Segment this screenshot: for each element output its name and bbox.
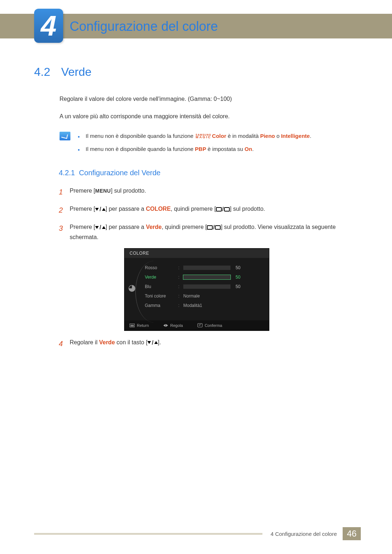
info-list: ● Il menu non è disponibile quando la fu… — [78, 132, 361, 158]
section-number: 4.2 — [34, 65, 50, 78]
step-number: 4 — [59, 337, 70, 350]
left-right-icon — [163, 324, 168, 327]
palette-icon: ◕ — [128, 283, 139, 294]
subsection-title: Configurazione del Verde — [79, 169, 161, 177]
osd-slider — [183, 284, 230, 289]
osd-slider-selected — [183, 275, 230, 279]
chapter-number-badge: 4 — [34, 9, 63, 43]
steps-list: 1 Premere [MENU] sul prodotto. 2 Premere… — [59, 186, 361, 350]
section-heading: 4.2Verde — [34, 65, 361, 79]
osd-row-blu: Blu : 50 — [145, 283, 262, 290]
step-number: 2 — [59, 204, 70, 216]
osd-regola: Regola — [163, 323, 183, 328]
osd-body: ◕ Rosso : 50 Verde : 50 Blu : 5 — [124, 258, 269, 320]
osd-footer: Return Regola Conferma — [124, 320, 269, 331]
step-1: 1 Premere [MENU] sul prodotto. — [59, 186, 361, 198]
step-text: Premere [/] per passare a Verde, quindi … — [70, 222, 361, 242]
osd-row-gamma: Gamma : Modalità1 — [145, 302, 262, 309]
enter-icon — [197, 323, 203, 327]
osd-return: Return — [130, 323, 149, 328]
info-text-1: Il menu non è disponibile quando la funz… — [86, 132, 311, 140]
bullet-icon: ● — [78, 147, 80, 153]
step-3: 3 Premere [/] per passare a Verde, quind… — [59, 222, 361, 242]
info-icon — [60, 132, 70, 140]
subsection-number: 4.2.1 — [59, 169, 75, 177]
menu-key-label: MENU — [95, 188, 111, 194]
step-2: 2 Premere [/] per passare a COLORE, quin… — [59, 204, 361, 216]
info-text-2: Il menu non è disponibile quando la funz… — [86, 145, 254, 153]
step-number: 1 — [59, 186, 70, 198]
samsung-magic-label: SAMSUNGMAGIC — [196, 134, 211, 139]
down-up-icon: / — [95, 204, 105, 214]
step-number: 3 — [59, 222, 70, 234]
chapter-title: Configurazione del colore — [70, 19, 218, 34]
subsection-heading: 4.2.1 Configurazione del Verde — [59, 169, 361, 177]
footer-rule — [34, 533, 262, 535]
page-number: 46 — [343, 527, 361, 540]
info-item-2: ● Il menu non è disponibile quando la fu… — [78, 145, 361, 153]
down-up-icon: / — [95, 222, 105, 232]
step-4: 4 Regolare il Verde con il tasto [/]. — [59, 337, 361, 350]
section-title: Verde — [61, 65, 91, 78]
select-enter-icon: / — [216, 204, 230, 214]
step-text: Regolare il Verde con il tasto [/]. — [70, 337, 361, 348]
page-content: 4.2Verde Regolare il valore del colore v… — [34, 65, 361, 356]
osd-conferma: Conferma — [197, 323, 222, 328]
step-text: Premere [MENU] sul prodotto. — [70, 186, 361, 196]
page-footer: 4 Configurazione del colore 46 — [34, 527, 361, 540]
chapter-number: 4 — [41, 12, 56, 40]
osd-row-verde: Verde : 50 — [145, 274, 262, 280]
intro-paragraph-1: Regolare il valore del colore verde nell… — [60, 95, 361, 103]
footer-chapter-label: 4 Configurazione del colore — [270, 531, 337, 537]
osd-row-toni: Toni colore : Normale — [145, 293, 262, 299]
down-up-icon: / — [147, 338, 158, 348]
step-text: Premere [/] per passare a COLORE, quindi… — [70, 204, 361, 214]
info-item-1: ● Il menu non è disponibile quando la fu… — [78, 132, 361, 140]
osd-slider — [183, 266, 230, 270]
osd-title: COLORE — [124, 249, 269, 258]
bullet-icon: ● — [78, 134, 80, 140]
intro-paragraph-2: A un valore più alto corrisponde una mag… — [60, 112, 361, 121]
osd-row-rosso: Rosso : 50 — [145, 264, 262, 271]
select-enter-icon: / — [207, 222, 221, 232]
info-block: ● Il menu non è disponibile quando la fu… — [60, 132, 361, 158]
menu-icon — [130, 324, 135, 327]
osd-screenshot: COLORE ◕ Rosso : 50 Verde : 50 Blu — [124, 248, 269, 331]
